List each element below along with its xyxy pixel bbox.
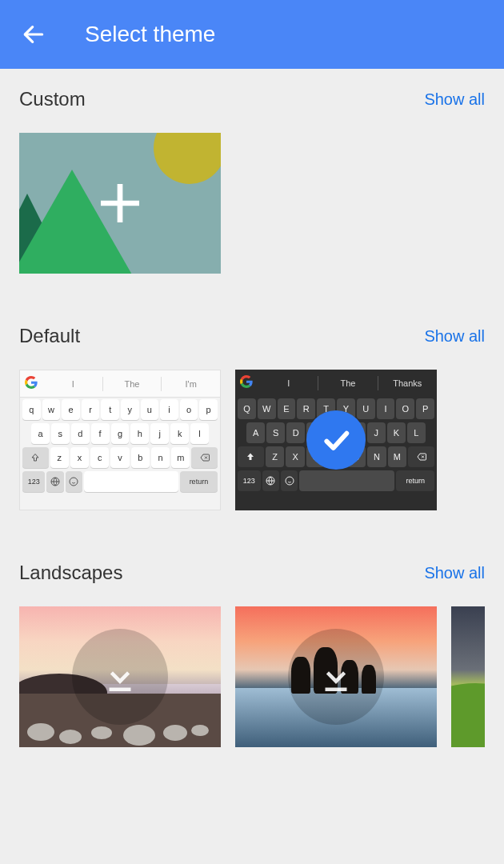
key: X (286, 446, 304, 467)
show-all-custom[interactable]: Show all (424, 90, 485, 109)
suggestion-item: The (103, 379, 162, 389)
key: J (367, 422, 386, 443)
theme-tile-landscape-2[interactable] (235, 606, 437, 747)
suggestion-item: I (259, 378, 318, 388)
space-key (299, 470, 394, 491)
key: o (180, 399, 198, 420)
theme-tile-default-light[interactable]: I The I'm q w e r t y u i o p a s (19, 370, 221, 510)
key: M (388, 446, 406, 467)
key: Q (238, 398, 256, 419)
key: R (297, 398, 315, 419)
key: i (160, 399, 178, 420)
globe-key (46, 471, 63, 492)
download-overlay (72, 629, 168, 725)
key: y (121, 399, 139, 420)
backspace-icon (416, 452, 427, 462)
space-key (84, 471, 178, 492)
keyboard-row: 123 return (20, 470, 220, 494)
keyboard-row: a s d f g h j k l (20, 422, 220, 446)
emoji-icon (69, 477, 78, 486)
svg-rect-18 (326, 688, 347, 692)
key: I (377, 398, 395, 419)
key: l (190, 423, 209, 444)
key: k (170, 423, 189, 444)
section-header-landscapes: Landscapes Show all (19, 562, 485, 584)
numbers-key: 123 (22, 471, 45, 492)
check-icon (320, 424, 352, 456)
key: f (91, 423, 110, 444)
key: g (111, 423, 130, 444)
suggestion-item: The (318, 378, 377, 388)
back-button[interactable] (14, 15, 53, 54)
key: N (367, 446, 386, 467)
show-all-default[interactable]: Show all (424, 327, 485, 346)
key: j (150, 423, 169, 444)
backspace-key (191, 447, 218, 468)
key: D (286, 422, 305, 443)
theme-tile-landscape-1[interactable] (19, 606, 221, 747)
return-key: return (396, 470, 434, 491)
key: O (396, 398, 414, 419)
key: U (357, 398, 375, 419)
download-icon (98, 655, 142, 698)
suggestion-row: I The I'm (20, 370, 220, 398)
keyboard-row: 123 return (235, 469, 437, 493)
globe-key (262, 470, 279, 491)
section-title-custom: Custom (19, 88, 86, 110)
download-icon (314, 655, 358, 698)
key: W (258, 398, 276, 419)
shift-icon (30, 453, 40, 462)
section-header-default: Default Show all (19, 325, 485, 347)
selected-badge (306, 410, 366, 470)
back-arrow-icon (21, 22, 46, 47)
app-header: Select theme (0, 0, 504, 69)
key: t (101, 399, 119, 420)
globe-icon (50, 477, 60, 486)
suggestion-item: I'm (162, 379, 220, 389)
section-custom: Custom Show all (0, 69, 504, 274)
suggestion-row: I The Thanks (235, 370, 437, 397)
key: q (22, 399, 41, 420)
section-title-landscapes: Landscapes (19, 562, 122, 584)
google-logo-icon (25, 376, 41, 392)
page-title: Select theme (85, 22, 215, 47)
key: r (82, 399, 100, 420)
key: d (71, 423, 90, 444)
emoji-key (281, 470, 298, 491)
key: w (42, 399, 61, 420)
theme-tile-default-dark[interactable]: I The Thanks Q W E R T Y U I O P A S (235, 370, 437, 510)
key: m (171, 447, 190, 468)
key: K (387, 422, 406, 443)
svg-point-14 (286, 477, 294, 485)
download-overlay (288, 629, 384, 725)
emoji-key (66, 471, 82, 492)
key: z (50, 447, 69, 468)
shift-key (238, 446, 264, 467)
plus-icon (95, 178, 145, 228)
key: P (416, 398, 434, 419)
key: S (266, 422, 285, 443)
theme-tile-landscape-3[interactable] (451, 606, 485, 747)
key: Z (266, 446, 284, 467)
key: u (141, 399, 159, 420)
key: L (407, 422, 426, 443)
numbers-key: 123 (238, 470, 261, 491)
svg-rect-17 (110, 688, 131, 692)
section-title-default: Default (19, 325, 80, 347)
key: v (110, 447, 129, 468)
globe-icon (266, 476, 275, 486)
show-all-landscapes[interactable]: Show all (424, 564, 485, 582)
section-header-custom: Custom Show all (19, 88, 485, 110)
key: a (31, 423, 50, 444)
key: p (199, 399, 218, 420)
suggestion-item: Thanks (378, 378, 437, 388)
key: b (131, 447, 150, 468)
backspace-icon (199, 453, 210, 462)
sun-shape (154, 133, 221, 184)
key: e (62, 399, 80, 420)
add-custom-theme-tile[interactable] (19, 133, 221, 274)
svg-point-7 (70, 478, 78, 486)
shift-icon (246, 452, 255, 462)
shift-key (22, 447, 49, 468)
keyboard-row: q w e r t y u i o p (20, 398, 220, 422)
